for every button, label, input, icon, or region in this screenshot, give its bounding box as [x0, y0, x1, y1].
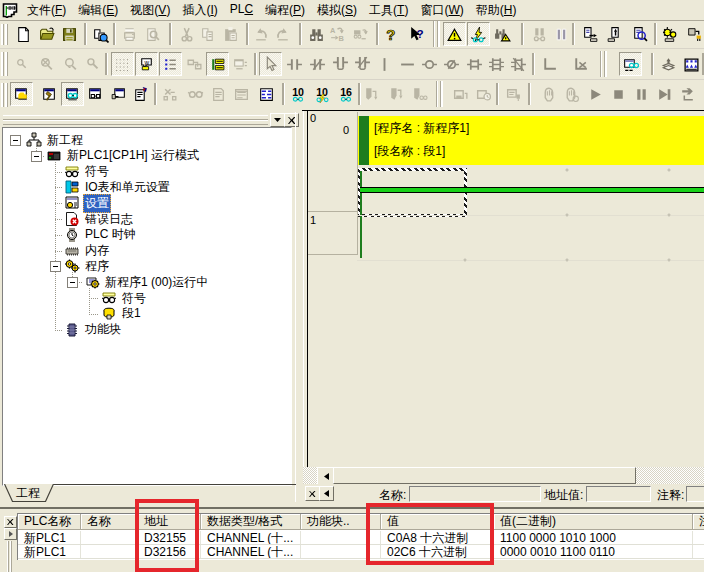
show-monitor-window-button[interactable] [229, 52, 252, 76]
new-coil-button[interactable] [418, 52, 441, 76]
new-horizontal-line-button[interactable] [396, 52, 419, 76]
editbar-collapse-button[interactable] [319, 486, 334, 501]
find-error-binoculars-warning-button[interactable] [491, 22, 514, 46]
program-comment-block[interactable]: [程序名 : 新程序1] [段名称 : 段1] [358, 116, 704, 165]
swap-tool-scissors-button[interactable] [159, 82, 182, 106]
rung-1-margin-cell[interactable]: 1 [308, 212, 358, 255]
menu-I[interactable]: 插入(I) [177, 0, 222, 21]
pause-monitoring-glasses-button[interactable] [528, 22, 551, 46]
simulation-step-next-button[interactable] [653, 82, 676, 106]
compare-with-plc-button[interactable] [628, 22, 651, 46]
watch-cell[interactable]: 新PLC1 [18, 531, 81, 545]
show-section-comments-button[interactable] [206, 52, 229, 76]
show-properties-window-button[interactable] [129, 82, 152, 106]
zoom-in-magnifier-button[interactable] [59, 52, 82, 76]
copy-button[interactable] [197, 22, 220, 46]
tree-expander-minus[interactable] [50, 261, 61, 272]
ladder-editor-window[interactable]: 0 0 1 [程序名 : 新程序1] [段名称 : 段1] [302, 110, 704, 484]
show-cross-reference-window-button[interactable] [84, 82, 107, 106]
simulation-stop-button[interactable] [607, 82, 630, 106]
tree-item-IO表和单元设置[interactable]: IO表和单元设置 [63, 179, 172, 195]
show-grid-dots-button[interactable] [111, 52, 134, 76]
print-button[interactable] [118, 22, 141, 46]
menu-W[interactable]: 窗口(W) [415, 0, 468, 21]
new-instruction-block-button[interactable] [485, 52, 508, 76]
show-project-workspace-window-button[interactable] [10, 82, 33, 106]
open-folder-button[interactable] [36, 22, 59, 46]
new-closed-contact-button[interactable] [306, 52, 329, 76]
menu-T[interactable]: 工具(T) [364, 0, 413, 21]
address-value-field[interactable] [586, 486, 651, 502]
watch-cell[interactable]: 1100 0000 1010 1000 [494, 531, 693, 545]
selection-cursor-arrow-button[interactable] [259, 52, 282, 76]
plc-clock-transfer-button[interactable] [472, 82, 495, 106]
show-output-window-hammer-button[interactable] [37, 82, 60, 106]
tree-close-button[interactable] [284, 113, 299, 127]
force-decimal-10-button[interactable]: 10 [311, 82, 334, 106]
watch-close-button[interactable] [4, 516, 17, 528]
show-watch-window-glasses-button[interactable] [61, 82, 84, 106]
tree-item-功能块[interactable]: 功能块 [63, 322, 123, 338]
toolbar-grip[interactable] [1, 52, 8, 76]
plc-memory-card-button[interactable] [449, 82, 472, 106]
new-document-button[interactable] [12, 22, 35, 46]
monitor-decimal-10-button[interactable]: 10 [287, 82, 310, 106]
tree-expander-minus[interactable] [31, 151, 42, 162]
tree-expander-minus[interactable] [10, 135, 21, 146]
new-vertical-line-button[interactable] [373, 52, 396, 76]
scrollbar-thumb[interactable] [333, 467, 636, 484]
new-function-block-invoke-button[interactable] [507, 52, 530, 76]
monitor-hex-16-button[interactable]: 16 [335, 82, 358, 106]
menu-F[interactable]: 文件(F) [22, 0, 71, 21]
differential-monitor-layers-button[interactable] [657, 52, 680, 76]
toolbar-grip[interactable] [1, 83, 8, 107]
watch-expand-button[interactable] [4, 528, 17, 540]
save-floppy-button[interactable] [58, 22, 81, 46]
tree-item-新PLC1[CP1H] 运行模式[interactable]: 新PLC1[CP1H] 运行模式 [45, 148, 201, 164]
find-replace-button[interactable]: AB [326, 22, 349, 46]
show-comments-bubble-button[interactable]: w [135, 52, 158, 76]
watch-cell[interactable] [693, 545, 704, 559]
ladder-hscrollbar[interactable] [303, 467, 704, 484]
time-chart-monitor-button[interactable] [680, 52, 703, 76]
watch-cell[interactable]: CHANNEL (十... [201, 531, 301, 545]
watch-cell[interactable] [81, 531, 138, 545]
zoom-out-magnifier-button[interactable] [81, 52, 104, 76]
watch-column-header-PLC名称[interactable]: PLC名称 [18, 514, 81, 530]
upload-from-plc-button[interactable] [603, 22, 626, 46]
monitor-glasses-button[interactable] [184, 82, 207, 106]
pause-hand-2-button[interactable] [560, 82, 583, 106]
menu-P[interactable]: 编程(P) [260, 0, 310, 21]
transfer-program-1-button[interactable] [360, 82, 383, 106]
menu-C[interactable]: PLC [225, 0, 258, 21]
simulation-step-in-button[interactable] [676, 82, 699, 106]
new-contact-button[interactable] [283, 52, 306, 76]
new-plc-instruction-button[interactable] [463, 52, 486, 76]
watch-cell[interactable] [693, 531, 704, 545]
name-field[interactable] [409, 486, 541, 502]
watch-cell[interactable]: 新PLC1 [18, 545, 81, 559]
transfer-program-2-button[interactable] [384, 82, 407, 106]
find-binoculars-button[interactable] [305, 22, 328, 46]
new-closed-coil-button[interactable] [440, 52, 463, 76]
watch-column-header-注[interactable]: 注 [693, 514, 704, 530]
show-local-window-button[interactable] [107, 82, 130, 106]
watch-table[interactable]: PLC名称名称地址数据类型/格式功能块..值值(二进制)注新PLC1D32155… [17, 513, 704, 560]
change-monitor-button[interactable] [350, 22, 373, 46]
watch-cell[interactable] [81, 545, 138, 559]
paste-clipboard-button[interactable] [220, 22, 243, 46]
compile-program-check-button[interactable] [89, 22, 112, 46]
new-contact-or-button[interactable] [329, 52, 352, 76]
delete-line-button[interactable] [569, 52, 592, 76]
undo-arrow-button[interactable] [250, 22, 273, 46]
tab-project[interactable]: 工程 [4, 484, 54, 502]
toolbar-grip[interactable] [1, 24, 8, 45]
tree-expander-minus[interactable] [67, 277, 78, 288]
comment-field[interactable] [686, 486, 704, 502]
watch-cell[interactable]: 0000 0010 1100 0110 [494, 545, 693, 559]
watch-sheet-button[interactable] [207, 82, 230, 106]
transfer-monitor-3-button[interactable] [408, 82, 431, 106]
pause-bars-button[interactable] [550, 22, 573, 46]
redo-arrow-button[interactable] [272, 22, 295, 46]
editbar-close-button[interactable] [305, 486, 320, 501]
